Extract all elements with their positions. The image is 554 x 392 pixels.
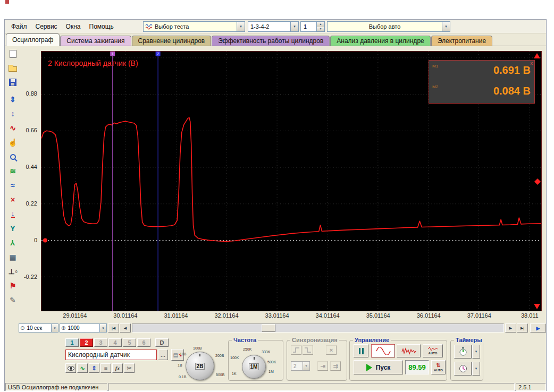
voltage-label-10v: 10В (180, 352, 186, 356)
spin-down-icon[interactable]: ▼ (317, 27, 324, 31)
scroll-last-button[interactable]: ▶| (517, 323, 528, 333)
show-all-waves-button[interactable]: ≈ (6, 179, 19, 192)
zero-level-button[interactable]: ⊥0 (6, 265, 19, 278)
voltage-label-500v: 500В (216, 373, 224, 377)
dropdown-arrow-icon[interactable]: ▾ (99, 324, 106, 332)
cylinder-spinner[interactable]: 1 ▲ ▼ (300, 21, 325, 32)
spinner-buttons: ▲ ▼ (316, 22, 324, 31)
measurement-box[interactable]: x M1 0.691 В M2 0.084 В (429, 60, 535, 104)
merge-channels-button[interactable]: Y (6, 236, 19, 249)
time-per-div-select[interactable]: ⊖ 10 сек ▾ (19, 323, 58, 333)
fit-curve-button[interactable]: ∿ (6, 122, 19, 134)
bottom-right-marker[interactable] (534, 304, 540, 309)
visibility-button[interactable] (65, 363, 76, 373)
firing-order-select[interactable]: 1-3-4-2 ▾ (248, 21, 299, 32)
timer-2-button[interactable] (454, 362, 472, 376)
channel-options-button[interactable]: … (158, 350, 168, 360)
tab-cylinder-pressure[interactable]: Анализ давления в цилиндре (330, 36, 430, 46)
dropdown-arrow-icon[interactable]: ▾ (51, 324, 58, 332)
x-axis-label: 36.01164 (407, 312, 450, 319)
scale-updown-button[interactable]: ↕ (6, 107, 19, 120)
channel-5-button[interactable]: 5 (123, 338, 136, 347)
channel-3-button[interactable]: 3 (94, 338, 107, 347)
menu-windows[interactable]: Окна (62, 22, 85, 31)
auto-range-button[interactable]: ⇅ AUTO (431, 360, 446, 374)
split-channels-icon: Y (10, 224, 15, 233)
channel-autoscale-button[interactable]: ⇕ (89, 363, 99, 373)
menu-file[interactable]: Файл (7, 22, 31, 31)
channel-name-input[interactable] (65, 350, 157, 360)
channel-4-button[interactable]: 4 (108, 338, 122, 347)
spin-up-icon[interactable]: ▲ (317, 22, 324, 27)
marker-flag-button[interactable]: ⚑ (6, 279, 19, 292)
channel-d-button[interactable]: D (155, 338, 169, 347)
channel-6-button[interactable]: 6 (137, 338, 150, 347)
scrollbar-thumb[interactable] (262, 324, 275, 332)
tab-ignition-system[interactable]: Система зажигания (60, 36, 131, 46)
sample-rate-select[interactable]: ⊕ 1000 ▾ (60, 323, 107, 333)
channel-1-button[interactable]: 1 (65, 338, 79, 347)
tab-cylinder-comparison[interactable]: Сравнение цилиндров (132, 36, 212, 46)
sheet-icon: ▤ (173, 352, 178, 358)
open-file-button[interactable] (6, 62, 19, 74)
noise-mode-button[interactable] (397, 344, 421, 357)
m1-value: 0.691 В (444, 62, 531, 81)
x-axis-label: 31.01164 (155, 312, 197, 319)
menu-help[interactable]: Помощь (85, 22, 118, 31)
dropdown-arrow-icon[interactable]: ▾ (290, 22, 298, 31)
autoscale-button[interactable]: ⇕ (6, 93, 19, 106)
dropdown-arrow-icon[interactable]: ▾ (442, 22, 450, 31)
auto-select[interactable]: Выбор авто ▾ (327, 21, 450, 32)
timer-1-button[interactable] (454, 345, 472, 359)
timer-1-dropdown[interactable]: ▾ (472, 345, 480, 359)
channel-zero-marker[interactable] (43, 238, 47, 243)
play-button[interactable]: ▶ (530, 323, 546, 333)
tab-power-supply[interactable]: Электропитание (431, 36, 492, 46)
grid-lines-button[interactable]: ≡ (100, 363, 111, 373)
sine-icon (376, 347, 391, 355)
scroll-next-button[interactable]: ▶ (505, 323, 516, 333)
measurement-close-icon[interactable]: x (531, 61, 533, 66)
scroll-prev-button[interactable]: ◀ (120, 323, 131, 333)
first-icon: |◀ (112, 326, 115, 330)
voltage-label-01v: 0.1В (179, 375, 186, 379)
hide-wave-button[interactable]: × (6, 193, 19, 206)
zoom-in-icon[interactable]: ⊕ (60, 325, 66, 331)
sine-mode-button[interactable] (371, 344, 395, 357)
dropdown-arrow-icon[interactable]: ▾ (237, 22, 245, 31)
test-select[interactable]: Выбор теста ▾ (143, 21, 245, 32)
frequency-knob[interactable]: 1М (242, 355, 266, 379)
x-axis-label: 30.01164 (104, 312, 147, 319)
plot-area[interactable]: 12 2 Кислородный датчик (В) x M1 0.691 В… (41, 51, 542, 311)
zoom-out-icon[interactable]: ⊖ (19, 325, 26, 331)
show-waves-button[interactable]: ≋ (6, 165, 19, 177)
play-icon: ▶ (536, 326, 540, 331)
voltage-label-100v: 100В (193, 346, 202, 350)
scroll-first-button[interactable]: |◀ (108, 323, 119, 333)
tab-cylinder-efficiency[interactable]: Эффективность работы цилиндров (212, 36, 330, 46)
timer-2-dropdown[interactable]: ▾ (472, 362, 480, 376)
notes-button[interactable]: ✎ (6, 294, 19, 306)
split-channels-button[interactable]: Y (6, 222, 19, 235)
right-diamond-marker[interactable] (534, 178, 541, 185)
pan-hand-button[interactable]: ☝ (6, 136, 19, 149)
voltage-range-knob[interactable]: 2В (186, 352, 214, 380)
menu-service[interactable]: Сервис (31, 22, 62, 31)
move-zero-button[interactable]: ↓ (6, 208, 19, 220)
waveform-mode-button[interactable]: ∿ (77, 363, 88, 373)
svg-text:1: 1 (112, 52, 114, 56)
start-button[interactable]: Пуск (354, 360, 403, 374)
tab-oscilloscope[interactable]: Осциллограф (6, 33, 60, 46)
tabbar: Осциллограф Система зажигания Сравнение … (5, 33, 546, 46)
horizontal-scrollbar[interactable] (132, 323, 504, 333)
pause-button[interactable] (354, 344, 368, 357)
cut-button[interactable]: ✂ (124, 363, 135, 373)
channel-2-button[interactable]: 2 (80, 338, 93, 347)
save-button[interactable] (6, 76, 19, 89)
auto-sync-button[interactable]: AUTO (423, 344, 443, 357)
function-button[interactable]: fx (112, 363, 123, 373)
top-right-marker[interactable] (534, 53, 540, 58)
new-file-button[interactable] (6, 47, 19, 60)
zoom-button[interactable] (6, 150, 19, 163)
grid-settings-button[interactable]: ▦ (6, 251, 19, 263)
